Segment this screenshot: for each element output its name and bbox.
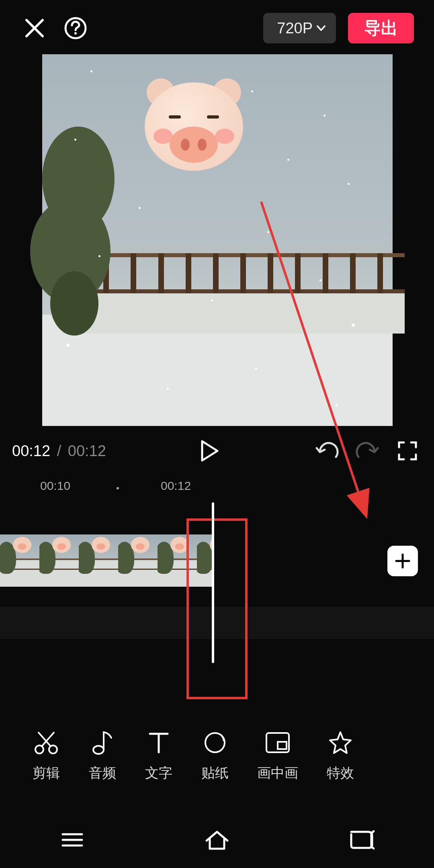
ruler-label: 00:12: [161, 479, 191, 493]
svg-point-5: [93, 746, 104, 754]
video-clip-track[interactable]: [0, 534, 213, 587]
home-icon: [204, 829, 230, 850]
close-button[interactable]: [20, 14, 49, 43]
tool-label: 剪辑: [33, 764, 60, 782]
timeline-area[interactable]: 00:10 00:12: [0, 474, 434, 675]
ruler-tick: [117, 487, 119, 489]
svg-point-1: [74, 32, 77, 35]
help-button[interactable]: [61, 14, 90, 43]
menu-icon: [60, 831, 84, 849]
clip-thumbnail: [39, 534, 79, 587]
playhead[interactable]: [212, 502, 214, 663]
redo-icon: [355, 441, 379, 461]
export-button[interactable]: 导出: [348, 13, 414, 43]
plus-icon: [395, 553, 411, 569]
nav-back-button[interactable]: [348, 826, 376, 854]
play-button[interactable]: [195, 436, 224, 465]
help-icon: [64, 16, 87, 40]
clip-thumbnail: [118, 534, 158, 587]
time-display: 00:12 / 00:12: [12, 442, 106, 460]
total-duration: 00:12: [68, 442, 106, 459]
undo-icon: [315, 441, 339, 461]
nav-home-button[interactable]: [203, 826, 231, 854]
redo-button[interactable]: [353, 436, 382, 465]
pip-icon: [264, 729, 292, 757]
back-icon: [349, 830, 375, 850]
header-bar: 720P 导出: [0, 8, 434, 48]
tool-text[interactable]: 文字: [145, 729, 173, 782]
tool-label: 音频: [89, 764, 116, 782]
system-navbar: [0, 812, 434, 868]
tool-cut[interactable]: 剪辑: [32, 729, 60, 782]
star-icon: [326, 729, 354, 757]
ruler-label: 00:10: [40, 479, 70, 493]
chevron-down-icon: [317, 25, 326, 31]
current-time: 00:12: [12, 442, 50, 459]
tool-pip[interactable]: 画中画: [257, 729, 298, 782]
bottom-toolbar: 剪辑 音频 文字 贴纸 画中画: [0, 719, 434, 792]
svg-rect-8: [278, 742, 287, 749]
timeline-ruler: 00:10 00:12: [0, 474, 434, 498]
export-label: 导出: [364, 17, 398, 39]
resolution-selector[interactable]: 720P: [263, 13, 336, 43]
scissors-icon: [32, 729, 60, 757]
tool-label: 贴纸: [201, 764, 229, 782]
tool-label: 画中画: [257, 764, 298, 782]
tool-effect[interactable]: 特效: [326, 729, 354, 782]
video-preview[interactable]: [42, 54, 393, 426]
resolution-label: 720P: [277, 20, 313, 37]
tool-label: 文字: [145, 764, 172, 782]
annotation-highlight-box: [186, 518, 248, 699]
clip-thumbnail: [79, 534, 118, 587]
playback-bar: 00:12 / 00:12: [0, 435, 434, 467]
editor-screen: 720P 导出: [0, 0, 434, 868]
fullscreen-button[interactable]: [393, 436, 422, 465]
tool-sticker[interactable]: 贴纸: [201, 729, 229, 782]
play-icon: [200, 440, 219, 462]
music-note-icon: [88, 729, 117, 757]
close-icon: [24, 18, 45, 39]
undo-button[interactable]: [313, 436, 342, 465]
add-clip-button[interactable]: [387, 546, 418, 576]
clip-thumbnail: [0, 534, 39, 587]
tool-audio[interactable]: 音频: [88, 729, 117, 782]
sticker-icon: [201, 729, 229, 757]
time-separator: /: [57, 442, 61, 459]
pig-sticker: [145, 82, 243, 171]
nav-menu-button[interactable]: [58, 826, 86, 854]
fullscreen-icon: [397, 441, 418, 461]
text-icon: [145, 729, 173, 757]
tool-label: 特效: [327, 764, 354, 782]
